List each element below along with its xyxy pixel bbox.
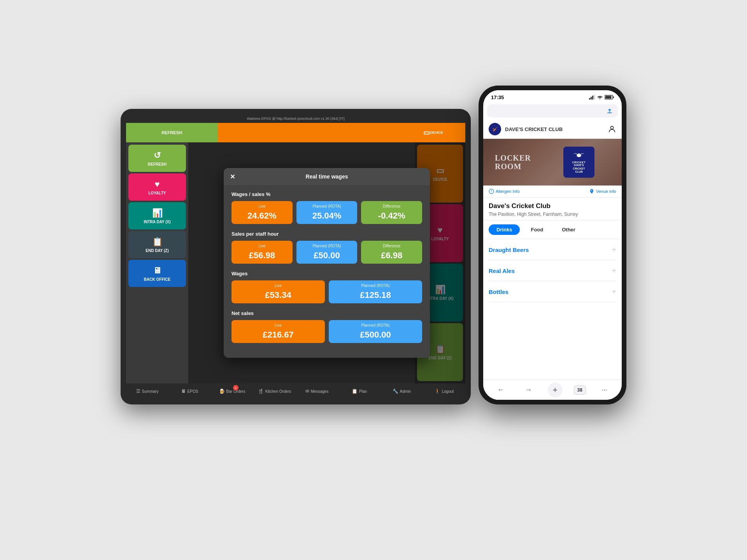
section-title-3: Wages: [231, 271, 422, 276]
tab-other[interactable]: Other: [554, 224, 583, 235]
venue-details: Dave's Cricket Club The Pavilion, High S…: [483, 198, 622, 220]
cricket-eagle-icon: [572, 150, 586, 160]
metric-value-live-4: £216.67: [263, 330, 294, 340]
svg-point-12: [578, 154, 580, 155]
modal-header: ✕ Real time wages: [224, 168, 430, 185]
svg-rect-0: [589, 98, 590, 100]
share-icon[interactable]: [606, 107, 613, 114]
kitchen-icon: 🍴: [258, 388, 264, 394]
tablet-nav: REFRESH ▭ DEVICE: [126, 123, 465, 142]
svg-rect-1: [591, 97, 592, 100]
metric-diff-2: Difference £6.98: [361, 241, 422, 264]
sidebar-endday-btn[interactable]: 📋 END DAY (Z): [128, 231, 186, 258]
browser-new-tab-btn[interactable]: +: [548, 383, 563, 397]
menu-cat-real-ales[interactable]: Real Ales +: [489, 260, 616, 281]
tab-food[interactable]: Food: [523, 224, 551, 235]
bottom-nav-admin[interactable]: 🔧 Admin: [381, 383, 423, 399]
top-bar-text: Waitress EPOS @ http://bartest.rposcloud…: [247, 117, 345, 121]
metric-live-4: Live £216.67: [231, 320, 325, 343]
browser-menu-btn[interactable]: ···: [597, 383, 612, 396]
bar-icon: 🍺: [219, 388, 225, 394]
sidebar-backoffice-btn[interactable]: 🖥 BACK OFFICE: [128, 260, 186, 287]
modal-close-btn[interactable]: ✕: [230, 173, 235, 180]
svg-point-10: [610, 126, 613, 129]
device-icon: ▭: [423, 128, 430, 137]
heart-icon: ♥: [154, 179, 160, 189]
modal-body: Wages / sales % Live 24.62% Planned (ROT…: [224, 185, 430, 358]
phone-status-bar: 17:35: [483, 90, 622, 104]
nav-device-btn[interactable]: ▭ DEVICE: [401, 123, 465, 142]
modal-section-wages: Wages Live £53.34 Planned (ROTA): [231, 271, 422, 303]
bottom-nav-kitchen[interactable]: 🍴 Kitchen Orders: [253, 383, 296, 399]
tablet-main: ✕ Real time wages Wages / sales % Live: [188, 142, 465, 383]
chart-icon: 📊: [152, 208, 163, 218]
metric-value-live-1: 24.62%: [247, 211, 277, 221]
metric-label-diff-2: Difference: [383, 244, 400, 248]
menu-list: Draught Beers + Real Ales + Bottles +: [483, 239, 622, 380]
menu-cat-name-3: Bottles: [489, 289, 509, 295]
refresh-icon: ↺: [154, 150, 161, 161]
menu-cat-name-2: Real Ales: [489, 268, 515, 274]
tablet-bottom-nav: ☰ Summary 🖩 EPOS 🍺 Bar Orders 0 🍴 Kitche…: [126, 383, 465, 399]
allergen-link[interactable]: Allergen Info: [489, 189, 552, 194]
browser-tab-count[interactable]: 38: [574, 385, 586, 395]
metric-row-3: Live £53.34 Planned (ROTA) £125.18: [231, 280, 422, 303]
bottom-nav-plan[interactable]: 📋 Plan: [338, 383, 381, 399]
metric-value-planned-4: £500.00: [360, 330, 391, 340]
epos-icon: 🖩: [181, 388, 186, 394]
metric-label-planned-3: Planned (ROTA): [361, 284, 389, 288]
bottom-nav-summary[interactable]: ☰ Summary: [126, 383, 168, 399]
metric-planned-2: Planned (ROTA) £50.00: [296, 241, 358, 264]
metric-value-diff-2: £6.98: [381, 250, 402, 261]
bottom-nav-messages[interactable]: ✉ Messages: [296, 383, 338, 399]
browser-forward-btn[interactable]: →: [520, 383, 537, 396]
monitor-icon: 🖥: [153, 266, 161, 276]
sidebar-intraday-btn[interactable]: 📊 INTRA DAY (X): [128, 202, 186, 229]
expand-icon-2: +: [612, 266, 616, 275]
bottom-nav-logout[interactable]: 🚶 Logout: [423, 383, 465, 399]
venue-logo-small: 🏏: [489, 123, 501, 135]
phone-bottom-bar: ← → + 38 ···: [483, 380, 622, 400]
venue-hero: LOCKERROOM CRICKET DAVE'SCRICKETCLUB: [483, 139, 622, 186]
bottom-nav-epos[interactable]: 🖩 EPOS: [168, 383, 211, 399]
sidebar-refresh-btn[interactable]: ↺ REFRESH: [128, 145, 186, 172]
section-title-1: Wages / sales %: [231, 191, 422, 197]
messages-icon: ✉: [305, 388, 309, 394]
metric-row-4: Live £216.67 Planned (ROTA) £500.00: [231, 320, 422, 343]
doc-icon: 📋: [152, 237, 163, 247]
user-icon[interactable]: [608, 125, 616, 133]
nav-refresh-btn[interactable]: REFRESH: [126, 123, 218, 142]
modal-section-sales-hour: Sales per staff hour Live £56.98 Planned…: [231, 231, 422, 264]
modal-overlay: ✕ Real time wages Wages / sales % Live: [188, 142, 465, 383]
locker-room-sign: LOCKERROOM: [495, 154, 531, 171]
tablet: Waitress EPOS @ http://bartest.rposcloud…: [121, 109, 471, 404]
browser-back-btn[interactable]: ←: [493, 383, 509, 396]
tab-drinks[interactable]: Drinks: [489, 224, 520, 235]
metric-label-planned-2: Planned (ROTA): [312, 244, 341, 248]
svg-rect-2: [592, 96, 593, 100]
section-title-2: Sales per staff hour: [231, 231, 422, 237]
nav-btn-2[interactable]: [218, 123, 310, 142]
venue-address: The Pavilion, High Street, Farnham, Surr…: [489, 212, 616, 217]
menu-cat-bottles[interactable]: Bottles +: [489, 281, 616, 302]
venue-logo-hero: CRICKET DAVE'SCRICKETCLUB: [563, 147, 594, 178]
metric-label-live-1: Live: [258, 204, 265, 208]
menu-cat-draught-beers[interactable]: Draught Beers +: [489, 239, 616, 260]
phone-screen: 17:35: [483, 90, 622, 400]
metric-row-2: Live £56.98 Planned (ROTA) £50.00: [231, 241, 422, 264]
sidebar-loyalty-btn[interactable]: ♥ LOYALTY: [128, 173, 186, 201]
metric-planned-4: Planned (ROTA) £500.00: [329, 320, 422, 343]
allergen-icon: [489, 189, 494, 194]
nav-btn-3[interactable]: [309, 123, 401, 142]
metric-value-planned-1: 25.04%: [312, 211, 342, 221]
bottom-nav-bar-orders[interactable]: 🍺 Bar Orders 0: [211, 383, 253, 399]
modal-section-wages-pct: Wages / sales % Live 24.62% Planned (ROT…: [231, 191, 422, 224]
venue-info-link[interactable]: Venue info: [552, 189, 616, 194]
bar-orders-badge: 0: [233, 385, 238, 390]
svg-rect-7: [605, 96, 612, 99]
metric-value-diff-1: -0.42%: [378, 211, 405, 221]
metric-label-planned-4: Planned (ROTA): [361, 323, 389, 327]
phone-address-bar[interactable]: [487, 104, 618, 117]
wages-modal: ✕ Real time wages Wages / sales % Live: [224, 168, 430, 358]
metric-label-live-4: Live: [275, 323, 282, 327]
